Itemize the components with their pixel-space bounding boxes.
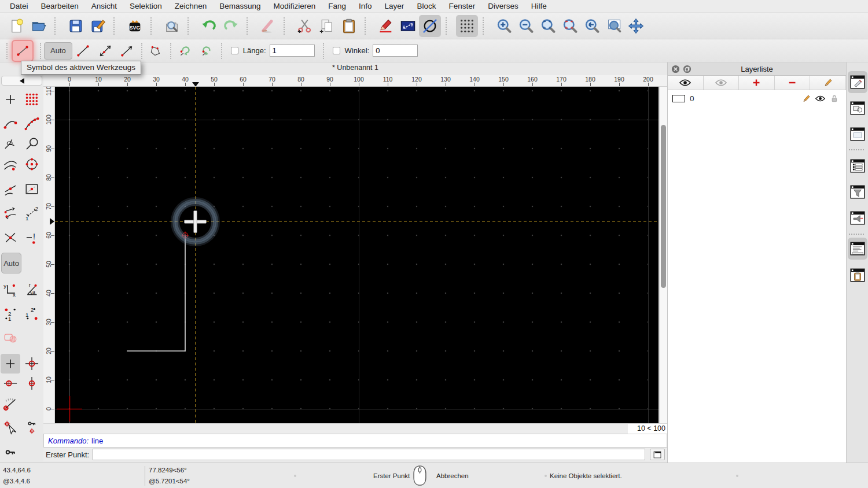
snap-tangent-point-button[interactable] (1, 204, 20, 223)
copy-button[interactable] (316, 15, 338, 37)
canvas-vertical-scrollbar[interactable] (659, 87, 667, 423)
line-angle-button[interactable] (95, 41, 115, 61)
snap-free-button[interactable] (1, 134, 20, 154)
zoom-out-button[interactable] (515, 15, 537, 37)
zoom-auto-button[interactable] (537, 15, 559, 37)
zoom-window-button[interactable] (603, 15, 625, 37)
layer-edit-pencil-icon[interactable] (801, 94, 811, 103)
snap-on-entity-button[interactable] (1, 179, 20, 199)
undo-button[interactable] (198, 15, 220, 37)
snap-intersection-button[interactable] (1, 228, 20, 247)
zoom-selected-button[interactable] (559, 15, 581, 37)
angle-checkbox[interactable] (333, 47, 340, 54)
menu-item-layer[interactable]: Layer (378, 1, 411, 12)
line-two-points-button[interactable] (73, 41, 93, 61)
relative-point-1-button[interactable]: 21 (1, 304, 20, 324)
cut-button[interactable] (294, 15, 316, 37)
snap-intersection-manual-button[interactable]: ! (22, 228, 42, 247)
layer-lock-icon[interactable] (829, 94, 839, 103)
drawing-canvas[interactable] (55, 87, 659, 423)
dock-library-browser-button[interactable] (848, 123, 867, 145)
snap-entity-points-button[interactable] (22, 114, 42, 134)
canvas-horizontal-scrollbar[interactable] (43, 423, 628, 434)
dock-layer-list-button[interactable] (848, 71, 867, 93)
restrict-orthogonal-button[interactable] (22, 354, 42, 374)
menu-item-bemassung[interactable]: Bemassung (213, 1, 267, 12)
relative-zero-key-button[interactable] (1, 443, 20, 463)
draft-mode-button[interactable] (419, 15, 441, 37)
auto-mode-button[interactable]: Auto (44, 42, 72, 60)
layer-visible-eye-icon[interactable] (815, 94, 825, 103)
pan-button[interactable] (625, 15, 647, 37)
menu-item-bearbeiten[interactable]: Bearbeiten (35, 1, 85, 12)
save-as-button[interactable] (87, 15, 109, 37)
menu-item-modifizieren[interactable]: Modifizieren (267, 1, 322, 12)
scrollbar-thumb[interactable] (661, 125, 666, 288)
lock-relative-zero-button[interactable] (22, 417, 42, 437)
dimension-button[interactable] (397, 15, 419, 37)
hide-all-layers-button[interactable] (704, 76, 740, 90)
snap-distance-button[interactable] (22, 179, 42, 199)
command-input[interactable] (93, 449, 645, 460)
delete-eraser-button[interactable] (257, 15, 279, 37)
menu-item-info[interactable]: Info (352, 1, 378, 12)
command-detach-button[interactable] (650, 449, 665, 460)
line-horizontal-button[interactable] (117, 41, 137, 61)
layer-row[interactable]: 0 (668, 91, 846, 105)
svg-export-button[interactable]: SVG (124, 15, 146, 37)
menu-item-datei[interactable]: Datei (3, 1, 35, 12)
save-button[interactable] (65, 15, 87, 37)
angle-gauge-button[interactable] (1, 394, 20, 413)
dock-command-line-button[interactable] (848, 238, 867, 260)
menu-item-ansicht[interactable]: Ansicht (85, 1, 123, 12)
snap-center-button[interactable] (22, 154, 42, 174)
paste-button[interactable] (338, 15, 360, 37)
zoom-previous-button[interactable] (581, 15, 603, 37)
undo-segment-button[interactable] (175, 41, 195, 61)
restrict-nothing-button[interactable] (1, 354, 20, 374)
menu-item-fenster[interactable]: Fenster (442, 1, 481, 12)
print-preview-button[interactable] (161, 15, 183, 37)
layer-color-swatch[interactable] (672, 95, 685, 102)
length-input[interactable] (270, 45, 315, 57)
show-all-layers-button[interactable] (668, 76, 704, 90)
snap-endpoints-button[interactable] (1, 114, 20, 134)
menu-item-block[interactable]: Block (410, 1, 442, 12)
restrict-vertical-button[interactable] (22, 374, 42, 393)
snap-grid-button[interactable] (22, 90, 42, 109)
dock-notify-button[interactable] (848, 207, 867, 229)
zoom-in-button[interactable] (493, 15, 515, 37)
open-file-button[interactable] (28, 15, 50, 37)
dock-entity-list-button[interactable] (848, 155, 867, 177)
menu-item-selektion[interactable]: Selektion (123, 1, 168, 12)
dock-filter-button[interactable] (848, 181, 867, 203)
dock-block-list-button[interactable] (848, 97, 867, 119)
snap-entity-button[interactable] (22, 134, 42, 154)
new-document-button[interactable] (6, 15, 28, 37)
menu-item-zeichnen[interactable]: Zeichnen (168, 1, 214, 12)
close-icon[interactable] (671, 65, 680, 73)
select-reference-button[interactable] (1, 417, 20, 437)
snap-tangent-button[interactable] (1, 154, 20, 174)
polyline-button[interactable] (146, 41, 166, 61)
palette-back-button[interactable] (1, 76, 42, 86)
edit-layer-button[interactable] (810, 76, 846, 90)
snap-middle-button[interactable]: 12 (22, 204, 42, 223)
shape-preview-button[interactable] (1, 328, 20, 347)
relative-point-2-button[interactable]: 21 (22, 304, 42, 324)
remove-layer-button[interactable] (775, 76, 811, 90)
menu-item-fang[interactable]: Fang (322, 1, 352, 12)
restrict-horizontal-button[interactable] (1, 374, 20, 393)
grid-toggle-button[interactable] (456, 15, 478, 37)
coordinate-cartesian-button[interactable]: yx (1, 280, 20, 300)
snap-point-button[interactable] (1, 90, 20, 109)
coordinate-polar-button[interactable]: ra (22, 280, 42, 300)
menu-item-hilfe[interactable]: Hilfe (525, 1, 553, 12)
menu-item-diverses[interactable]: Diverses (481, 1, 525, 12)
float-panel-icon[interactable] (683, 65, 692, 73)
dock-clipboard-button[interactable] (848, 264, 867, 286)
angle-input[interactable] (373, 45, 418, 57)
palette-auto-snap-button[interactable]: Auto (1, 253, 21, 273)
active-tool-button[interactable] (13, 41, 32, 61)
add-layer-button[interactable] (739, 76, 775, 90)
